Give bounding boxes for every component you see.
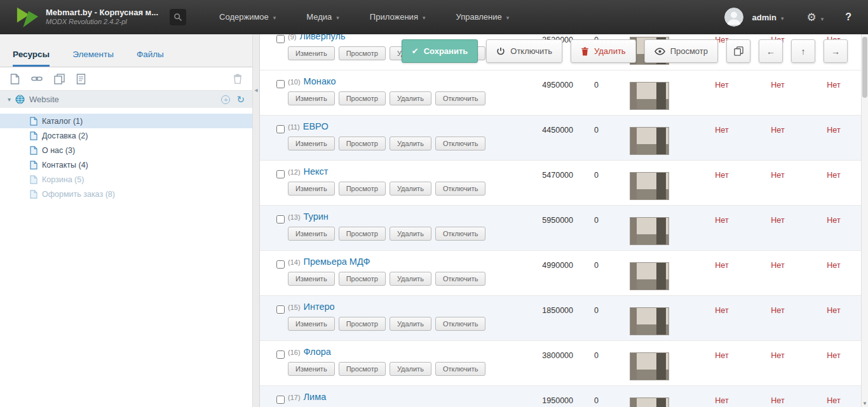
row-disable-button[interactable]: Отключить <box>435 137 486 150</box>
row-checkbox[interactable] <box>276 260 285 269</box>
row-checkbox[interactable] <box>276 35 285 43</box>
sidebar-collapse-handle[interactable]: ◂ <box>252 34 260 407</box>
row-delete-button[interactable]: Удалить <box>390 317 431 331</box>
row-disable-button[interactable]: Отключить <box>435 317 486 331</box>
up-button[interactable]: ↑ <box>791 39 815 63</box>
sidebar-tab[interactable]: Элементы <box>72 50 114 67</box>
row-view-button[interactable]: Просмотр <box>339 272 386 286</box>
help-button[interactable]: ? <box>845 11 851 23</box>
resource-cell: (11) ЕВРО Изменить Просмотр Удалить Откл… <box>288 121 516 150</box>
add-resource-icon[interactable]: + <box>221 95 230 104</box>
resource-name-link[interactable]: Некст <box>304 166 329 177</box>
row-disable-button[interactable]: Отключить <box>435 362 486 376</box>
row-disable-button[interactable]: Отключить <box>435 91 486 105</box>
resource-name-link[interactable]: ЕВРО <box>303 121 329 131</box>
resource-name-link[interactable]: Интеро <box>304 302 335 312</box>
site-identity[interactable]: Mebmart.by - Корпусная м... MODX Revolut… <box>46 8 158 27</box>
row-checkbox[interactable] <box>276 305 285 314</box>
settings-menu[interactable]: ⚙▾ <box>806 11 824 24</box>
row-view-button[interactable]: Просмотр <box>339 46 386 60</box>
modx-logo-icon[interactable] <box>15 6 39 29</box>
resource-id: (17) <box>288 394 301 401</box>
resource-name-link[interactable]: Ливерпуль <box>299 34 345 41</box>
sidebar-tab[interactable]: Ресурсы <box>13 50 50 67</box>
row-disable-button[interactable]: Отключить <box>435 272 486 286</box>
new-document-icon[interactable] <box>10 74 20 84</box>
scroll-down-icon[interactable]: ▼ <box>862 401 868 406</box>
row-disable-button[interactable]: Отключить <box>435 182 486 196</box>
row-edit-button[interactable]: Изменить <box>288 137 335 150</box>
row-disable-button[interactable]: Отключить <box>435 227 486 241</box>
resource-name-link[interactable]: Турин <box>304 211 329 222</box>
resource-name-link[interactable]: Флора <box>304 347 331 357</box>
search-button[interactable] <box>170 9 186 25</box>
view-button[interactable]: Просмотр <box>644 39 718 63</box>
scrollbar-thumb[interactable] <box>862 37 867 98</box>
tree-item[interactable]: Оформить заказ (8) <box>0 187 252 201</box>
row-checkbox[interactable] <box>276 215 285 224</box>
row-checkbox[interactable] <box>276 125 285 133</box>
document-icon <box>30 117 37 126</box>
duplicate-document-icon[interactable] <box>54 74 65 84</box>
flag-sale-value: Нет <box>806 302 862 315</box>
row-delete-button[interactable]: Удалить <box>390 91 431 105</box>
menu-item[interactable]: Управление▾ <box>440 0 524 34</box>
sidebar-tab[interactable]: Файлы <box>137 50 164 67</box>
row-delete-button[interactable]: Удалить <box>390 182 431 196</box>
disable-button-label: Отключить <box>510 46 552 56</box>
row-edit-button[interactable]: Изменить <box>288 362 335 376</box>
row-view-button[interactable]: Просмотр <box>339 227 386 241</box>
chevron-down-icon: ▾ <box>423 15 426 21</box>
tree-root-website[interactable]: ▾ Website + ↻ <box>0 91 252 108</box>
resource-name-link[interactable]: Лима <box>304 392 327 402</box>
row-view-button[interactable]: Просмотр <box>339 91 386 105</box>
next-button[interactable]: → <box>824 39 848 63</box>
sidebar-tab-label: Элементы <box>72 50 114 59</box>
user-menu[interactable]: admin▾ <box>752 13 784 22</box>
row-checkbox[interactable] <box>276 170 285 178</box>
trash-icon[interactable] <box>233 74 242 84</box>
row-view-button[interactable]: Просмотр <box>339 317 386 331</box>
resource-name-line: (16) Флора <box>288 347 516 357</box>
prev-button[interactable]: ← <box>759 39 783 63</box>
row-edit-button[interactable]: Изменить <box>288 46 335 60</box>
delete-button[interactable]: Удалить <box>571 39 636 63</box>
row-view-button[interactable]: Просмотр <box>339 362 386 376</box>
chevron-down-icon: ▾ <box>781 15 784 22</box>
vertical-scrollbar[interactable]: ▼ <box>861 34 868 407</box>
tree-item[interactable]: Каталог (1) <box>0 114 252 128</box>
resource-name-link[interactable]: Монако <box>304 76 336 86</box>
duplicate-button[interactable] <box>726 39 750 63</box>
tree-item[interactable]: Корзина (5) <box>0 172 252 187</box>
row-view-button[interactable]: Просмотр <box>339 137 386 150</box>
row-checkbox[interactable] <box>276 80 285 88</box>
row-checkbox[interactable] <box>276 396 285 404</box>
tree-expander-icon[interactable]: ▾ <box>8 96 11 103</box>
row-edit-button[interactable]: Изменить <box>288 182 335 196</box>
weblink-icon[interactable] <box>31 74 43 83</box>
row-delete-button[interactable]: Удалить <box>390 137 431 150</box>
row-edit-button[interactable]: Изменить <box>288 227 335 241</box>
tree-root-label: Website <box>29 95 59 104</box>
menu-item[interactable]: Медиа▾ <box>291 0 355 34</box>
row-edit-button[interactable]: Изменить <box>288 272 335 286</box>
row-delete-button[interactable]: Удалить <box>390 362 431 376</box>
menu-item[interactable]: Содержимое▾ <box>204 0 291 34</box>
disable-button[interactable]: Отключить <box>486 39 562 63</box>
menu-item[interactable]: Приложения▾ <box>355 0 441 34</box>
row-checkbox[interactable] <box>276 350 285 359</box>
row-edit-button[interactable]: Изменить <box>288 317 335 331</box>
tree-item[interactable]: Доставка (2) <box>0 128 252 143</box>
row-delete-button[interactable]: Удалить <box>390 272 431 286</box>
save-button[interactable]: ✔ Сохранить <box>402 39 478 63</box>
flag-popular-value: Нет <box>750 166 806 180</box>
tree-item[interactable]: Контакты (4) <box>0 157 252 172</box>
user-avatar[interactable] <box>724 8 743 27</box>
row-edit-button[interactable]: Изменить <box>288 91 335 105</box>
tree-item[interactable]: О нас (3) <box>0 143 252 157</box>
row-view-button[interactable]: Просмотр <box>339 182 386 196</box>
row-delete-button[interactable]: Удалить <box>390 227 431 241</box>
static-resource-icon[interactable] <box>76 74 86 84</box>
refresh-icon[interactable]: ↻ <box>236 94 245 105</box>
resource-name-link[interactable]: Премьера МДФ <box>304 257 370 267</box>
